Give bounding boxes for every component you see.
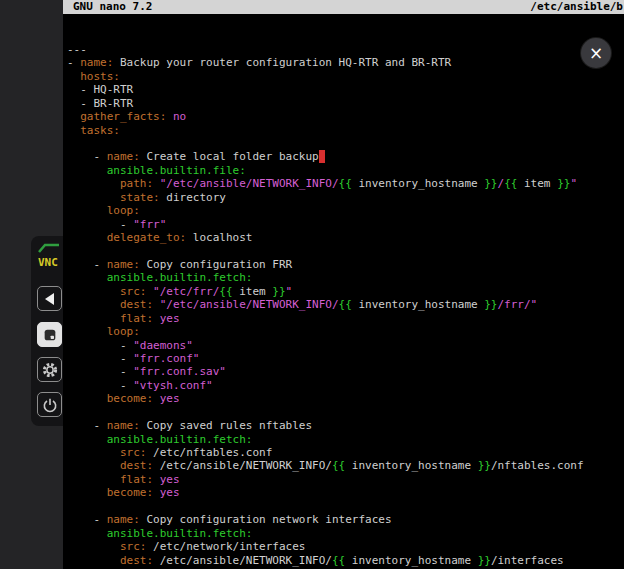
editor-line[interactable]: - name: Copy configuration FRR	[67, 258, 624, 271]
clipboard-icon	[42, 327, 58, 343]
editor-line[interactable]: - BR-RTR	[67, 97, 624, 110]
editor-line[interactable]: dest: /etc/ansible/NETWORK_INFO/{{ inven…	[67, 459, 624, 472]
editor-line[interactable]: - HQ-RTR	[67, 83, 624, 96]
close-button[interactable]: ×	[581, 38, 611, 68]
nano-version-label: GNU nano 7.2	[73, 0, 152, 13]
editor-line[interactable]: flat: yes	[67, 312, 624, 325]
editor-line[interactable]: flat: yes	[67, 473, 624, 486]
editor-line[interactable]: ansible.builtin.fetch:	[67, 527, 624, 540]
editor-line[interactable]: - name: Backup your router configuration…	[67, 56, 624, 69]
editor-line[interactable]: - "daemons"	[67, 339, 624, 352]
editor-lines: ---- name: Backup your router configurat…	[67, 43, 624, 569]
editor-line[interactable]: hosts:	[67, 70, 624, 83]
editor-line[interactable]: ---	[67, 43, 624, 56]
terminal-window: GNU nano 7.2 /etc/ansible/b ---- name: B…	[63, 0, 624, 569]
editor-line[interactable]: - "frr.conf.sav"	[67, 365, 624, 378]
editor-line[interactable]: state: directory	[67, 191, 624, 204]
novnc-logo-icon: VNC	[36, 242, 62, 272]
editor-line[interactable]: become: yes	[67, 486, 624, 499]
editor-line[interactable]: src: /etc/network/interfaces	[67, 540, 624, 553]
text-cursor	[319, 150, 326, 163]
editor-line[interactable]: - "vtysh.conf"	[67, 379, 624, 392]
editor-line[interactable]: tasks:	[67, 124, 624, 137]
gear-icon	[41, 361, 59, 379]
editor-line[interactable]: dest: "/etc/ansible/NETWORK_INFO/{{ inve…	[67, 298, 624, 311]
editor-line[interactable]: src: "/etc/frr/{{ item }}"	[67, 285, 624, 298]
editor-line[interactable]: path: "/etc/ansible/NETWORK_INFO/{{ inve…	[67, 177, 624, 190]
editor-line[interactable]: dest: /etc/ansible/NETWORK_INFO/{{ inven…	[67, 554, 624, 567]
editor-line[interactable]: - name: Create local folder backup	[67, 150, 624, 163]
chevron-left-icon	[45, 293, 54, 305]
editor-line[interactable]	[67, 406, 624, 419]
novnc-logo: VNC	[36, 242, 62, 272]
nano-titlebar: GNU nano 7.2 /etc/ansible/b	[63, 0, 624, 14]
settings-button[interactable]	[37, 357, 62, 382]
editor-line[interactable]	[67, 137, 624, 150]
editor-line[interactable]: loop:	[67, 325, 624, 338]
vnc-control-sidebar: VNC	[0, 0, 63, 569]
editor-line[interactable]: delegate_to: localhost	[67, 231, 624, 244]
editor-line[interactable]: gather_facts: no	[67, 110, 624, 123]
editor-line[interactable]: - name: Copy saved rules nftables	[67, 419, 624, 432]
power-button[interactable]	[37, 392, 62, 417]
file-path-label: /etc/ansible/b	[530, 0, 623, 14]
editor-line[interactable]: ansible.builtin.fetch:	[67, 271, 624, 284]
novnc-logo-text: VNC	[38, 256, 58, 269]
editor-line[interactable]	[67, 244, 624, 257]
editor-line[interactable]: src: /etc/nftables.conf	[67, 446, 624, 459]
editor-line[interactable]: - "frr"	[67, 218, 624, 231]
clipboard-button[interactable]	[37, 322, 62, 347]
editor-line[interactable]: - name: Copy configuration network inter…	[67, 513, 624, 526]
panel-collapse-button[interactable]	[37, 286, 62, 311]
editor-line[interactable]: - "frr.conf"	[67, 352, 624, 365]
editor-line[interactable]: ansible.builtin.file:	[67, 164, 624, 177]
close-icon: ×	[589, 43, 603, 63]
editor-line[interactable]: ansible.builtin.fetch:	[67, 433, 624, 446]
editor-line[interactable]: become: yes	[67, 392, 624, 405]
power-icon	[42, 397, 58, 413]
editor-area[interactable]: ---- name: Backup your router configurat…	[63, 14, 624, 569]
editor-line[interactable]	[67, 500, 624, 513]
editor-line[interactable]: loop:	[67, 204, 624, 217]
